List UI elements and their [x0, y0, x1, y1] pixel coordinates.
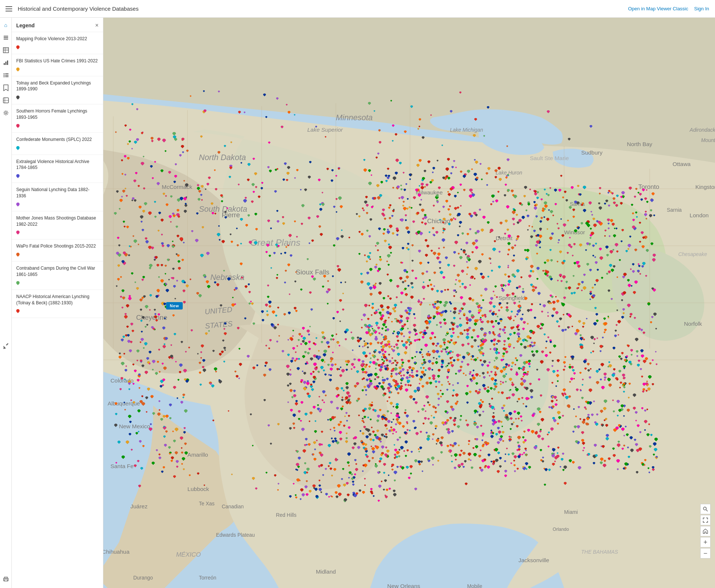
sidebar-icon-home[interactable]: ⌂: [0, 19, 12, 31]
sidebar-icon-settings[interactable]: [0, 107, 12, 119]
svg-text:Torreón: Torreón: [199, 575, 216, 581]
sidebar-icon-layers[interactable]: [0, 32, 12, 44]
open-classic-link[interactable]: Open in Map Viewer Classic: [628, 6, 688, 11]
svg-rect-22: [4, 580, 7, 581]
legend-title: Legend: [16, 23, 35, 28]
svg-text:London: London: [690, 212, 709, 218]
svg-text:Jacksonville: Jacksonville: [519, 557, 549, 563]
svg-text:Chicago: Chicago: [427, 218, 450, 225]
svg-text:Pierre: Pierre: [222, 211, 240, 219]
svg-rect-4: [4, 37, 8, 38]
sign-in-button[interactable]: Sign In: [694, 6, 709, 11]
legend-panel: Legend × Mapping Police Violence 2013-20…: [12, 18, 103, 588]
svg-text:Te Xas: Te Xas: [199, 501, 215, 506]
legend-item-name: Seguin National Lynching Data 1882-1936: [16, 187, 99, 199]
legend-dot-icon: [16, 145, 20, 150]
legend-item[interactable]: Mapping Police Violence 2013-2022: [12, 32, 103, 54]
zoom-in-button[interactable]: +: [700, 537, 711, 547]
legend-dot-icon: [16, 230, 20, 235]
legend-item[interactable]: FBI Statistics US Hate Crimes 1991-2022: [12, 54, 103, 76]
svg-rect-3: [4, 39, 8, 39]
legend-item[interactable]: NAACP Historical American Lynching (Toln…: [12, 290, 103, 318]
legend-item[interactable]: Mother Jones Mass Shootings Database 198…: [12, 211, 103, 240]
svg-text:Santa Fe: Santa Fe: [110, 463, 134, 469]
svg-text:Milwaukee: Milwaukee: [416, 189, 443, 196]
zoom-out-button[interactable]: −: [700, 548, 711, 558]
svg-text:Detroit: Detroit: [496, 235, 513, 241]
legend-item[interactable]: Extralegal Violence Historical Archive 1…: [12, 155, 103, 183]
svg-text:Colorado: Colorado: [110, 377, 134, 384]
home-map-button[interactable]: [700, 526, 711, 536]
menu-icon[interactable]: [0, 0, 18, 18]
svg-text:Great Plains: Great Plains: [250, 238, 300, 248]
sidebar-icon-chart[interactable]: [0, 57, 12, 69]
svg-rect-0: [6, 6, 12, 7]
sidebar-icon-table[interactable]: [0, 44, 12, 56]
svg-text:Lake Michigan: Lake Michigan: [450, 127, 483, 133]
legend-dot-icon: [16, 173, 20, 178]
legend-item[interactable]: Southern Horrors Female Lynchings 1893-1…: [12, 104, 103, 133]
legend-item[interactable]: Seguin National Lynching Data 1882-1936: [12, 183, 103, 211]
svg-rect-12: [7, 60, 8, 65]
legend-item[interactable]: Contraband Camps During the Civil War 18…: [12, 262, 103, 290]
legend-item-name: Tolnay and Beck Expanded Lynchings 1899-…: [16, 80, 99, 93]
legend-header: Legend ×: [12, 18, 103, 32]
legend-item[interactable]: Tolnay and Beck Expanded Lynchings 1899-…: [12, 76, 103, 105]
page-title: Historical and Contemporary Violence Dat…: [18, 6, 628, 12]
svg-text:Juárez: Juárez: [130, 503, 148, 509]
svg-text:Springfield: Springfield: [498, 295, 525, 301]
legend-item[interactable]: Confederate Monuments (SPLC) 2022: [12, 133, 103, 155]
legend-item-name: Confederate Monuments (SPLC) 2022: [16, 136, 99, 143]
svg-text:North Bay: North Bay: [627, 141, 652, 147]
sidebar-icon-print[interactable]: [0, 573, 12, 585]
app-header: Historical and Contemporary Violence Dat…: [0, 0, 715, 18]
svg-text:Lake Huron: Lake Huron: [496, 170, 522, 176]
svg-rect-1: [6, 8, 12, 9]
svg-rect-2: [6, 11, 12, 11]
legend-close-button[interactable]: ×: [95, 22, 99, 29]
legend-item-name: Southern Horrors Female Lynchings 1893-1…: [16, 108, 99, 121]
svg-text:McCormack: McCormack: [162, 184, 192, 190]
sidebar-icon-bookmark[interactable]: [0, 82, 12, 94]
svg-text:Sault Ste Marie: Sault Ste Marie: [530, 155, 569, 162]
legend-dot-icon: [16, 95, 20, 100]
svg-text:Chihuahua: Chihuahua: [103, 549, 130, 555]
fullscreen-button[interactable]: [700, 515, 711, 525]
svg-rect-5: [4, 36, 8, 37]
svg-text:Chesapeake: Chesapeake: [678, 251, 707, 257]
svg-text:Sarnia: Sarnia: [570, 201, 585, 207]
left-sidebar: ⌂: [0, 18, 12, 588]
svg-rect-11: [5, 62, 6, 65]
svg-rect-14: [5, 73, 8, 74]
svg-text:New Orleans: New Orleans: [387, 583, 420, 588]
svg-text:Ottawa: Ottawa: [673, 161, 691, 167]
svg-text:Edwards Plateau: Edwards Plateau: [216, 532, 255, 538]
map-controls: + −: [700, 504, 711, 558]
svg-text:MÉXICO: MÉXICO: [176, 551, 201, 558]
legend-dot-icon: [16, 67, 20, 72]
svg-text:Lake Superior: Lake Superior: [307, 127, 343, 133]
svg-text:Orlando: Orlando: [553, 527, 569, 532]
svg-rect-18: [5, 76, 8, 77]
sidebar-icon-basemap[interactable]: [0, 94, 12, 106]
svg-text:THE BAHAMAS: THE BAHAMAS: [581, 549, 618, 555]
legend-item-name: Mother Jones Mass Shootings Database 198…: [16, 215, 99, 228]
sidebar-icon-list[interactable]: [0, 69, 12, 81]
sidebar-icon-tools[interactable]: [0, 340, 12, 352]
legend-item-name: Mapping Police Violence 2013-2022: [16, 36, 99, 42]
legend-dot-icon: [16, 202, 20, 207]
svg-point-13: [3, 73, 4, 75]
map-container[interactable]: North Dakota South Dakota Pierre McCorma…: [103, 18, 715, 588]
legend-item-name: Extralegal Violence Historical Archive 1…: [16, 159, 99, 171]
svg-text:Nebraska: Nebraska: [210, 273, 245, 282]
legend-item[interactable]: WaPo Fatal Police Shootings 2015-2022: [12, 239, 103, 262]
svg-text:Kingston: Kingston: [695, 184, 715, 190]
search-map-button[interactable]: [700, 504, 711, 514]
legend-item-name: WaPo Fatal Police Shootings 2015-2022: [16, 243, 99, 249]
svg-rect-6: [3, 48, 8, 53]
svg-text:North Dakota: North Dakota: [199, 153, 246, 162]
svg-text:New Mexico: New Mexico: [119, 423, 150, 429]
svg-point-20: [5, 112, 7, 114]
svg-point-103: [704, 507, 707, 510]
svg-text:Sioux Falls: Sioux Falls: [296, 268, 330, 276]
